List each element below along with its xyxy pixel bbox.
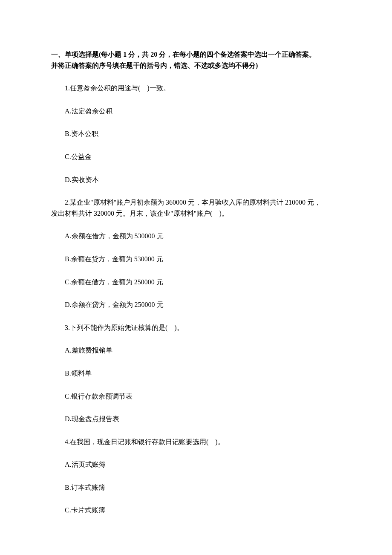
q2-option-d: D.余额在贷方，金额为 250000 元 xyxy=(51,299,341,310)
q3-option-a: A.差旅费报销单 xyxy=(51,345,341,356)
q3-stem: 3.下列不能作为原始凭证核算的是( )。 xyxy=(51,322,341,333)
section-header: 一、单项选择题(每小题 1 分，共 20 分，在每小题的四个备选答案中选出一个正… xyxy=(51,49,341,71)
q2-stem-line2: 发出材料共计 320000 元。月末，该企业"原材料"账户( )。 xyxy=(51,208,341,219)
page-content: 一、单项选择题(每小题 1 分，共 20 分，在每小题的四个备选答案中选出一个正… xyxy=(0,0,392,553)
section-header-line1: 一、单项选择题(每小题 1 分，共 20 分，在每小题的四个备选答案中选出一个正… xyxy=(51,49,341,60)
q1-option-a: A.法定盈余公积 xyxy=(51,106,341,117)
q2-stem: 2.某企业"原材料"账户月初余额为 360000 元，本月验收入库的原材料共计 … xyxy=(51,197,341,219)
q1-option-c: C.公益金 xyxy=(51,151,341,162)
q2-option-c: C.余额在借方，金额为 250000 元 xyxy=(51,277,341,288)
q3-option-b: B.领料单 xyxy=(51,368,341,379)
q3-option-c: C.银行存款余额调节表 xyxy=(51,391,341,402)
q2-option-a: A.余额在借方，金额为 530000 元 xyxy=(51,231,341,242)
section-header-line2: 并将正确答案的序号填在题干的括号内，错选、不选或多选均不得分) xyxy=(51,60,341,71)
q4-option-c: C.卡片式账簿 xyxy=(51,505,341,516)
q2-option-b: B.余额在贷方，金额为 530000 元 xyxy=(51,254,341,265)
q1-stem: 1.任意盈余公积的用途与( )一致。 xyxy=(51,83,341,94)
q4-stem: 4.在我国，现金日记账和银行存款日记账要选用( )。 xyxy=(51,436,341,448)
q4-option-b: B.订本式账簿 xyxy=(51,482,341,493)
q3-option-d: D.现金盘点报告表 xyxy=(51,413,341,425)
q2-stem-line1: 2.某企业"原材料"账户月初余额为 360000 元，本月验收入库的原材料共计 … xyxy=(51,197,341,208)
q1-option-d: D.实收资本 xyxy=(51,174,341,185)
q4-option-a: A.活页式账簿 xyxy=(51,459,341,470)
q1-option-b: B.资本公积 xyxy=(51,128,341,139)
